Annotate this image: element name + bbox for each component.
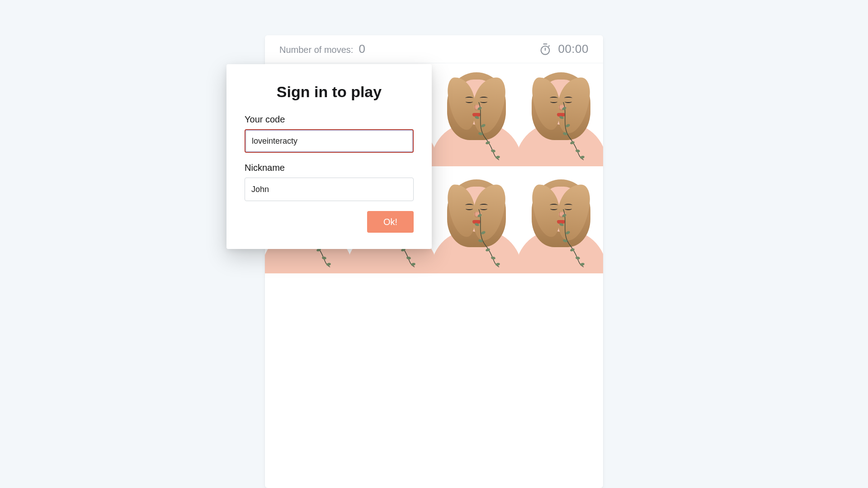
svg-point-51 (559, 222, 564, 226)
time-display: 00:00 (558, 42, 589, 56)
svg-point-35 (326, 263, 331, 266)
moves-count: 0 (359, 42, 365, 56)
modal-actions: Ok! (245, 211, 414, 233)
stopwatch-icon (539, 43, 552, 56)
svg-point-56 (580, 263, 585, 266)
svg-point-17 (481, 123, 486, 128)
card-image (438, 67, 515, 166)
moves-counter: Number of moves: 0 (279, 42, 365, 56)
game-header: Number of moves: 0 00:00 (265, 35, 603, 63)
svg-point-28 (580, 155, 585, 159)
code-label: Your code (245, 114, 414, 125)
svg-point-21 (495, 155, 500, 159)
card-image (523, 174, 599, 273)
svg-point-45 (481, 230, 486, 235)
code-field-group: Your code (245, 114, 414, 153)
svg-point-43 (477, 213, 482, 218)
modal-title: Sign in to play (245, 83, 414, 101)
memory-card[interactable] (434, 63, 519, 170)
svg-point-22 (561, 106, 567, 111)
svg-point-23 (559, 116, 564, 120)
memory-card[interactable] (434, 170, 519, 277)
svg-point-48 (491, 256, 495, 260)
svg-point-50 (561, 213, 567, 218)
moves-label: Number of moves: (279, 45, 353, 55)
card-image (438, 174, 515, 273)
svg-point-27 (575, 149, 580, 153)
sign-in-modal: Sign in to play Your code Nickname Ok! (226, 64, 432, 249)
svg-point-44 (474, 222, 479, 226)
svg-point-55 (575, 256, 580, 260)
svg-point-24 (565, 123, 571, 128)
svg-point-15 (477, 106, 482, 111)
nickname-field-group: Nickname (245, 163, 414, 201)
svg-point-42 (410, 263, 415, 266)
svg-point-52 (565, 230, 571, 235)
code-input[interactable] (245, 129, 414, 153)
svg-point-49 (495, 263, 500, 266)
svg-point-16 (474, 116, 479, 120)
timer: 00:00 (539, 42, 589, 56)
card-image (523, 67, 599, 166)
memory-card[interactable] (519, 170, 603, 277)
memory-card[interactable] (519, 63, 603, 170)
svg-point-20 (491, 149, 495, 153)
nickname-label: Nickname (245, 163, 414, 173)
nickname-input[interactable] (245, 178, 414, 201)
ok-button[interactable]: Ok! (367, 211, 414, 233)
svg-point-41 (406, 256, 411, 260)
svg-point-34 (321, 256, 326, 260)
